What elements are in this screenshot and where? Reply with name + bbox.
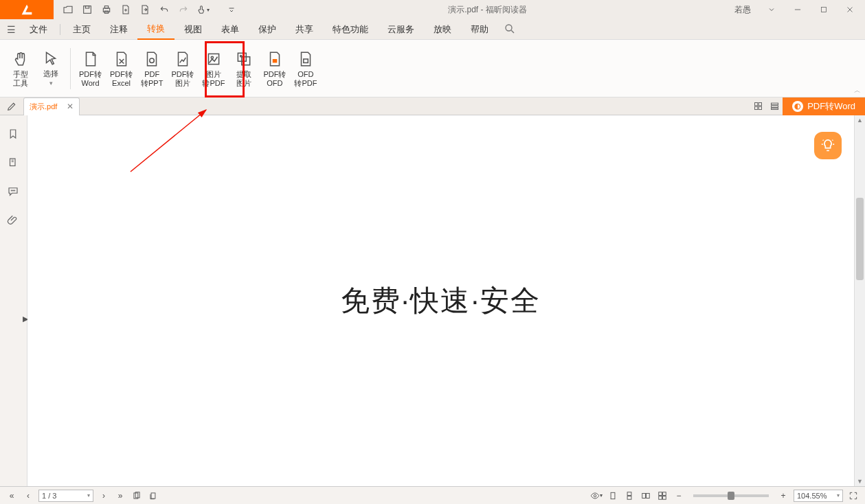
- page-text: 免费·快速·安全: [341, 282, 541, 320]
- duplicate-icon[interactable]: [147, 490, 159, 502]
- page-input[interactable]: 1 / 3▾: [38, 490, 93, 502]
- svg-rect-36: [659, 492, 662, 495]
- minimize-button[interactable]: [787, 0, 809, 19]
- menu-file[interactable]: 文件: [20, 19, 57, 40]
- save-icon[interactable]: [80, 2, 95, 17]
- vertical-scrollbar[interactable]: ▲ ▼: [854, 115, 865, 486]
- app-logo[interactable]: [0, 0, 54, 19]
- tool-pdf2ofd[interactable]: PDF转OFD: [259, 47, 290, 91]
- undo-icon[interactable]: [157, 2, 172, 17]
- doc-word-icon: [81, 49, 100, 69]
- close-button[interactable]: [839, 0, 861, 19]
- svg-rect-23: [10, 159, 15, 166]
- svg-rect-1: [85, 6, 89, 8]
- menu-slideshow[interactable]: 放映: [424, 19, 461, 40]
- copy-page-icon[interactable]: [131, 490, 143, 502]
- svg-rect-31: [611, 492, 615, 499]
- new-doc-icon[interactable]: [118, 2, 133, 17]
- redo-icon[interactable]: [176, 2, 191, 17]
- menu-share[interactable]: 共享: [286, 19, 323, 40]
- list-view-icon[interactable]: [766, 98, 783, 115]
- menu-help[interactable]: 帮助: [461, 19, 498, 40]
- tool-pdf2word[interactable]: PDF转Word: [75, 47, 106, 91]
- menu-form[interactable]: 表单: [212, 19, 249, 40]
- tool-hand[interactable]: 手型工具: [5, 47, 36, 91]
- tips-button[interactable]: [814, 132, 842, 159]
- svg-rect-33: [627, 496, 631, 499]
- document-tab[interactable]: 演示.pdf ✕: [23, 98, 80, 115]
- menu-home[interactable]: 主页: [63, 19, 100, 40]
- doc-ofd-icon: [265, 49, 284, 69]
- export-icon[interactable]: [137, 2, 153, 17]
- grid-view-icon[interactable]: [750, 98, 766, 115]
- visibility-icon[interactable]: ▾: [590, 490, 603, 502]
- pages-icon[interactable]: [7, 157, 21, 170]
- edit-tool-icon[interactable]: [0, 101, 23, 112]
- fullscreen-icon[interactable]: [847, 490, 860, 502]
- pdf-page: 免费·快速·安全: [48, 115, 833, 486]
- menu-feature[interactable]: 特色功能: [323, 19, 378, 40]
- convert-circle-icon: ◐: [792, 101, 803, 112]
- tool-img2pdf[interactable]: 图片转PDF: [198, 47, 229, 91]
- comment-icon[interactable]: [7, 185, 21, 199]
- attachment-icon[interactable]: [7, 214, 21, 228]
- print-icon[interactable]: [99, 2, 114, 17]
- touch-icon[interactable]: ▾: [195, 2, 210, 17]
- tool-pdf2img[interactable]: PDF转图片: [167, 47, 198, 91]
- svg-rect-19: [759, 106, 761, 109]
- open-icon[interactable]: [60, 2, 76, 17]
- scroll-down-icon[interactable]: ▼: [855, 477, 865, 486]
- scroll-up-icon[interactable]: ▲: [855, 115, 865, 125]
- user-dropdown-icon[interactable]: [761, 0, 783, 19]
- collapse-ribbon-icon[interactable]: ︿: [854, 86, 861, 95]
- menu-view[interactable]: 视图: [175, 19, 212, 40]
- facing-continuous-icon[interactable]: [656, 490, 669, 502]
- svg-rect-37: [663, 492, 666, 495]
- bookmark-icon[interactable]: [7, 128, 21, 141]
- svg-rect-8: [208, 54, 218, 64]
- svg-point-25: [12, 190, 13, 191]
- qat-dropdown-icon[interactable]: [224, 2, 239, 17]
- svg-rect-34: [642, 493, 646, 498]
- tool-select[interactable]: 选择▾: [36, 46, 66, 91]
- menu-protect[interactable]: 保护: [249, 19, 286, 40]
- tab-label: 演示.pdf: [30, 102, 57, 112]
- prev-page-icon[interactable]: ‹: [22, 490, 34, 502]
- svg-rect-13: [273, 59, 278, 62]
- svg-rect-5: [822, 8, 827, 12]
- zoom-out-icon[interactable]: −: [673, 490, 685, 502]
- window-title: 演示.pdf - 福昕阅读器: [246, 4, 729, 16]
- facing-icon[interactable]: [640, 490, 652, 502]
- tab-close-icon[interactable]: ✕: [67, 102, 74, 111]
- menu-cloud[interactable]: 云服务: [378, 19, 424, 40]
- doc-excel-icon: [112, 49, 131, 69]
- zoom-slider-knob[interactable]: [728, 492, 734, 500]
- menu-annotate[interactable]: 注释: [100, 19, 137, 40]
- zoom-input[interactable]: 104.55%▾: [794, 490, 843, 502]
- extract-image-icon: [234, 49, 254, 69]
- tool-ofd2pdf[interactable]: OFD转PDF: [290, 47, 321, 91]
- svg-point-7: [150, 58, 155, 62]
- last-page-icon[interactable]: »: [114, 490, 126, 502]
- zoom-in-icon[interactable]: +: [777, 490, 789, 502]
- pdf-to-word-button[interactable]: ◐ PDF转Word: [783, 98, 865, 115]
- svg-rect-22: [771, 108, 778, 110]
- continuous-icon[interactable]: [623, 490, 636, 502]
- svg-rect-21: [771, 106, 778, 108]
- scrollbar-thumb[interactable]: [856, 198, 864, 280]
- document-canvas[interactable]: 免费·快速·安全: [27, 115, 854, 486]
- zoom-slider[interactable]: [693, 494, 769, 497]
- first-page-icon[interactable]: «: [5, 490, 18, 502]
- next-page-icon[interactable]: ›: [98, 490, 110, 502]
- tool-pdf2excel[interactable]: PDF转Excel: [106, 47, 137, 91]
- tool-pdf2ppt[interactable]: PDF转PPT: [137, 47, 167, 91]
- username[interactable]: 若愚: [729, 4, 756, 16]
- doc-ppt-icon: [142, 49, 161, 69]
- tool-extract-img[interactable]: 提取图片: [229, 47, 259, 91]
- hamburger-icon[interactable]: ☰: [7, 24, 20, 35]
- search-icon[interactable]: [504, 23, 517, 36]
- maximize-button[interactable]: [813, 0, 835, 19]
- menu-convert[interactable]: 转换: [137, 19, 175, 40]
- single-page-icon[interactable]: [607, 490, 619, 502]
- svg-rect-38: [659, 496, 662, 499]
